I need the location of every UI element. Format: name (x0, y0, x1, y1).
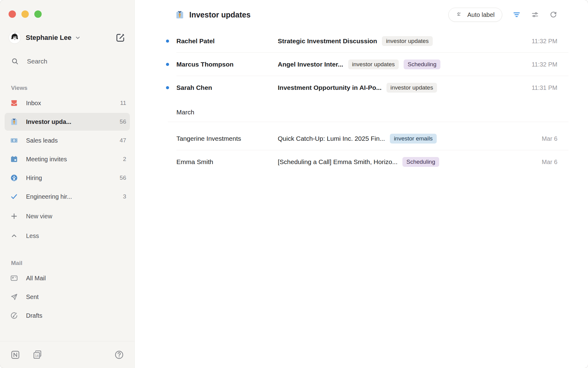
zoom-window-button[interactable] (34, 10, 42, 18)
plus-icon (10, 212, 18, 220)
app-window: Stephanie Lee Search Views Inbox 11 Inve… (0, 0, 588, 368)
date-group-header: March (135, 109, 588, 122)
email-subject: Strategic Investment Discussion (278, 37, 377, 45)
sidebar-item-label: Meeting invites (26, 156, 119, 163)
sidebar-item-drafts[interactable]: Drafts (5, 307, 130, 324)
pencil-circle-icon (10, 312, 18, 320)
display-settings-icon[interactable] (531, 11, 539, 19)
sidebar-item-label: Drafts (26, 312, 126, 319)
email-subject: [Scheduling a Call] Emma Smith, Horizo..… (278, 158, 398, 166)
label-tag[interactable]: investor updates (386, 83, 437, 93)
email-list: Rachel Patel Strategic Investment Discus… (135, 29, 588, 174)
sidebar-item-hiring[interactable]: Hiring 56 (5, 169, 130, 187)
email-row[interactable]: Tangerine Investments Quick Catch-Up: Lu… (135, 127, 588, 150)
person-circle-icon (10, 174, 18, 182)
sidebar-item-label: Hiring (26, 174, 116, 182)
compose-button[interactable] (115, 33, 125, 43)
profile-name[interactable]: Stephanie Lee (26, 34, 71, 42)
sidebar-item-label: Sales leads (26, 137, 116, 144)
refresh-icon[interactable] (549, 11, 557, 19)
sidebar-item-meeting-invites[interactable]: Meeting invites 2 (5, 150, 130, 168)
mail-section-label: Mail (11, 260, 134, 266)
sidebar-item-count: 11 (120, 100, 126, 106)
search-label: Search (27, 58, 47, 65)
sidebar-item-count: 56 (120, 118, 126, 125)
sidebar-item-inbox[interactable]: Inbox 11 (5, 94, 130, 112)
email-sender: Tangerine Investments (176, 135, 278, 142)
chevron-up-icon (10, 232, 18, 240)
label-tag[interactable]: Scheduling (402, 157, 439, 167)
mail-list: All Mail Sent Drafts (0, 268, 134, 325)
check-icon (10, 193, 18, 201)
list-header: Investor updates Auto label (135, 0, 588, 29)
chevron-down-icon[interactable] (74, 34, 81, 41)
auto-label-text: Auto label (467, 11, 495, 18)
sidebar-item-engineering-hir[interactable]: Engineering hir... 3 (5, 188, 130, 205)
email-row[interactable]: Sarah Chen Investment Opportunity in AI-… (135, 76, 588, 99)
views-section-label: Views (11, 85, 134, 91)
page-title: Investor updates (189, 10, 251, 19)
email-time: Mar 6 (542, 159, 557, 166)
sidebar-item-investor-upda[interactable]: Investor upda... 56 (5, 113, 130, 131)
unread-indicator (166, 63, 169, 66)
sidebar-item-label: Sent (26, 293, 126, 301)
necktie-icon (10, 118, 18, 126)
search-icon (11, 57, 19, 65)
banknote-icon (10, 136, 18, 144)
date-group-label: March (176, 109, 194, 116)
email-group: Rachel Patel Strategic Investment Discus… (135, 29, 588, 99)
sidebar-item-count: 56 (120, 174, 126, 181)
sidebar-item-sales-leads[interactable]: Sales leads 47 (5, 132, 130, 149)
profile-row: Stephanie Lee (9, 32, 125, 44)
email-time: 11:32 PM (532, 61, 557, 68)
sidebar-item-label: Inbox (26, 100, 116, 107)
filter-icon[interactable] (513, 11, 521, 19)
email-sender: Emma Smith (176, 158, 278, 166)
new-view-label: New view (26, 213, 126, 220)
email-time: Mar 6 (542, 135, 557, 142)
email-row[interactable]: Emma Smith [Scheduling a Call] Emma Smit… (135, 150, 588, 174)
sidebar-item-count: 3 (123, 193, 126, 200)
less-button[interactable]: Less (5, 227, 130, 245)
email-row[interactable]: Rachel Patel Strategic Investment Discus… (135, 29, 588, 53)
sidebar-item-label: Engineering hir... (26, 193, 119, 200)
auto-label-icon (456, 11, 464, 19)
label-tag[interactable]: Scheduling (404, 59, 440, 69)
help-icon[interactable] (114, 350, 124, 360)
sidebar-item-count: 2 (123, 156, 126, 163)
email-time: 11:31 PM (532, 84, 557, 91)
search-button[interactable]: Search (6, 55, 130, 68)
sidebar-footer: 14 (0, 341, 134, 368)
close-window-button[interactable] (9, 10, 16, 18)
sidebar-item-label: All Mail (26, 275, 126, 282)
notion-calendar-icon[interactable]: 14 (32, 350, 42, 360)
sidebar: Stephanie Lee Search Views Inbox 11 Inve… (0, 0, 135, 368)
sidebar-item-label: Investor upda... (26, 118, 116, 125)
label-tag[interactable]: investor emails (390, 134, 437, 144)
label-tag[interactable]: investor updates (382, 36, 432, 46)
window-controls (0, 0, 134, 18)
user-avatar (9, 32, 21, 44)
email-subject: Quick Catch-Up: Lumi Inc. 2025 Fin... (278, 135, 385, 142)
email-time: 11:32 PM (532, 38, 557, 45)
less-label: Less (26, 232, 126, 240)
notion-logo-icon[interactable] (10, 350, 20, 360)
email-subject: Investment Opportunity in AI-Po... (278, 84, 382, 91)
unread-indicator (166, 40, 169, 43)
sidebar-item-all-mail[interactable]: All Mail (5, 269, 130, 287)
minimize-window-button[interactable] (21, 10, 29, 18)
label-tag[interactable]: investor updates (348, 59, 399, 69)
sidebar-item-count: 47 (120, 137, 126, 144)
email-row[interactable]: Marcus Thompson Angel Investor Inter... … (135, 53, 588, 76)
paper-plane-icon (10, 293, 18, 301)
views-list: Inbox 11 Investor upda... 56 Sales leads… (0, 93, 134, 206)
new-view-button[interactable]: New view (5, 207, 130, 225)
calendar-icon (10, 155, 18, 163)
header-toolbar: Auto label (448, 8, 557, 22)
email-sender: Rachel Patel (176, 37, 278, 45)
sidebar-item-sent[interactable]: Sent (5, 288, 130, 306)
auto-label-button[interactable]: Auto label (448, 8, 502, 22)
view-title-icon (175, 10, 184, 19)
inbox-icon (10, 99, 18, 107)
email-subject: Angel Investor Inter... (278, 61, 343, 68)
